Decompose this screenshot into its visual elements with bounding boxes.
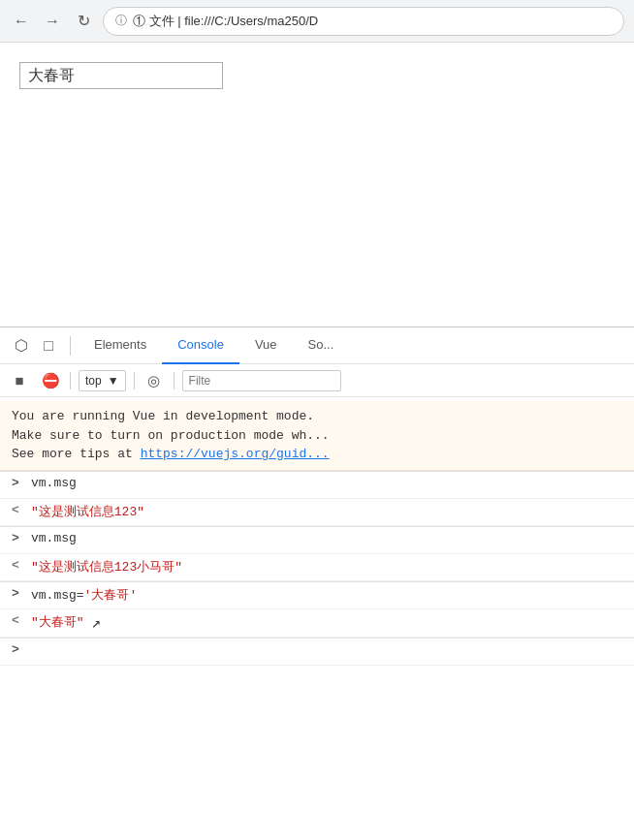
console-input-2: vm.msg xyxy=(31,531,77,545)
console-cursor xyxy=(31,642,39,657)
console-input-string: '大春哥' xyxy=(84,588,138,603)
dropdown-arrow-icon: ▼ xyxy=(108,374,119,388)
console-row-empty[interactable]: > xyxy=(0,638,634,666)
tab-elements[interactable]: Elements xyxy=(79,327,162,364)
reload-button[interactable]: ↻ xyxy=(72,10,95,33)
console-toolbar: ■ ⛔ top ▼ ◎ xyxy=(0,364,634,397)
tab-vue[interactable]: Vue xyxy=(239,327,293,364)
cursor-arrow-icon: ↗ xyxy=(92,613,102,633)
address-bar[interactable]: ⓘ ① 文件 | file:///C:/Users/ma250/D xyxy=(103,7,624,36)
console-row-5: > vm.msg='大春哥' xyxy=(0,582,634,609)
inspect-element-icon[interactable]: ⬡ xyxy=(8,332,35,359)
clear-console-icon[interactable]: ■ xyxy=(8,369,31,392)
prompt-gt-4: > xyxy=(12,642,25,657)
console-row-2: < "这是测试信息123" xyxy=(0,499,634,526)
context-selector[interactable]: top ▼ xyxy=(79,370,126,391)
address-text: ① 文件 | file:///C:/Users/ma250/D xyxy=(133,13,318,30)
browser-bar: ← → ↻ ⓘ ① 文件 | file:///C:/Users/ma250/D xyxy=(0,0,634,43)
devtools-panel: ⬡ □ Elements Console Vue So... ■ ⛔ top ▼… xyxy=(0,327,634,840)
forward-button[interactable]: → xyxy=(41,10,64,33)
toolbar-separator xyxy=(70,372,71,389)
devtools-tab-bar: ⬡ □ Elements Console Vue So... xyxy=(0,327,634,364)
filter-input[interactable] xyxy=(182,370,341,391)
back-button[interactable]: ← xyxy=(10,10,33,33)
console-output: You are running Vue in development mode.… xyxy=(0,397,634,840)
warning-text: You are running Vue in development mode.… xyxy=(12,409,330,461)
console-row-3: > vm.msg xyxy=(0,527,634,554)
prompt-lt-3: < xyxy=(12,613,25,628)
prompt-gt-2: > xyxy=(12,531,25,545)
console-output-3: "大春哥" xyxy=(31,613,84,631)
eye-icon[interactable]: ◎ xyxy=(143,369,166,392)
console-row-1: > vm.msg xyxy=(0,472,634,499)
console-warning-message: You are running Vue in development mode.… xyxy=(0,401,634,471)
context-label: top xyxy=(85,374,102,388)
tab-console[interactable]: Console xyxy=(162,327,239,364)
vue-input[interactable] xyxy=(19,62,223,89)
prompt-gt-1: > xyxy=(12,476,25,490)
console-output-1: "这是测试信息123" xyxy=(31,503,144,520)
console-output-2: "这是测试信息123小马哥" xyxy=(31,558,182,576)
console-row-4: < "这是测试信息123小马哥" xyxy=(0,554,634,581)
toolbar-separator-3 xyxy=(174,372,174,389)
console-row-6: < "大春哥" ↗ xyxy=(0,609,634,638)
console-input-3: vm.msg='大春哥' xyxy=(31,586,137,604)
page-content xyxy=(0,43,634,324)
warning-link[interactable]: https://vuejs.org/guid... xyxy=(141,447,330,461)
tab-sources[interactable]: So... xyxy=(293,327,350,364)
prompt-lt-2: < xyxy=(12,558,25,573)
prompt-gt-3: > xyxy=(12,586,25,601)
device-toolbar-icon[interactable]: □ xyxy=(35,332,62,359)
prompt-lt-1: < xyxy=(12,503,25,517)
toolbar-separator-2 xyxy=(134,372,135,389)
tab-separator xyxy=(70,336,71,356)
console-input-1: vm.msg xyxy=(31,476,77,490)
stop-icon[interactable]: ⛔ xyxy=(39,369,62,392)
info-icon: ⓘ xyxy=(115,13,127,29)
